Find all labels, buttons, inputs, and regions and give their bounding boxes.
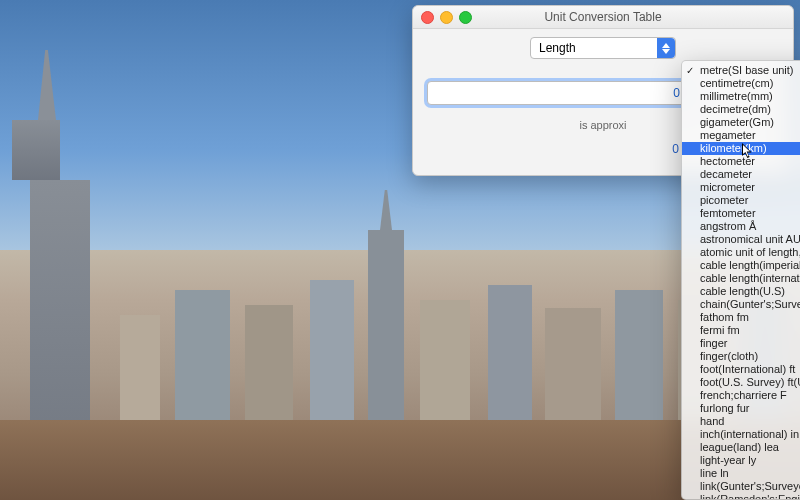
- unit-option[interactable]: centimetre(cm): [682, 77, 800, 90]
- output-value: 0: [672, 142, 679, 156]
- window-titlebar[interactable]: Unit Conversion Table: [413, 6, 793, 29]
- unit-option[interactable]: femtometer: [682, 207, 800, 220]
- unit-option[interactable]: decimetre(dm): [682, 103, 800, 116]
- unit-option[interactable]: foot(U.S. Survey) ft(US): [682, 376, 800, 389]
- unit-option[interactable]: hectometer: [682, 155, 800, 168]
- unit-option[interactable]: micrometer: [682, 181, 800, 194]
- unit-option[interactable]: league(land) lea: [682, 441, 800, 454]
- unit-option[interactable]: finger(cloth): [682, 350, 800, 363]
- wallpaper-foreground: [0, 420, 800, 500]
- unit-option[interactable]: decameter: [682, 168, 800, 181]
- unit-option[interactable]: megameter: [682, 129, 800, 142]
- unit-option[interactable]: light-year ly: [682, 454, 800, 467]
- unit-option[interactable]: metre(SI base unit): [682, 64, 800, 77]
- unit-option[interactable]: line ln: [682, 467, 800, 480]
- window-controls: [421, 11, 472, 24]
- minimize-icon[interactable]: [440, 11, 453, 24]
- unit-option[interactable]: hand: [682, 415, 800, 428]
- unit-dropdown-menu[interactable]: metre(SI base unit)centimetre(cm)millime…: [681, 60, 800, 500]
- input-value-field[interactable]: 0: [427, 81, 687, 105]
- unit-option[interactable]: cable length(U.S): [682, 285, 800, 298]
- unit-option[interactable]: kilometer(km): [682, 142, 800, 155]
- updown-icon: [657, 38, 675, 58]
- unit-option[interactable]: fermi fm: [682, 324, 800, 337]
- unit-option[interactable]: cable length(imperial): [682, 259, 800, 272]
- unit-option[interactable]: atomic unit of length,bohr: [682, 246, 800, 259]
- unit-option[interactable]: cable length(international): [682, 272, 800, 285]
- input-value: 0: [673, 86, 680, 100]
- unit-option[interactable]: inch(international) in: [682, 428, 800, 441]
- unit-option[interactable]: angstrom Å: [682, 220, 800, 233]
- unit-option[interactable]: link(Ramsden's;Engineer's) lnk: [682, 493, 800, 500]
- category-select[interactable]: Length: [530, 37, 676, 59]
- unit-option[interactable]: furlong fur: [682, 402, 800, 415]
- unit-option[interactable]: millimetre(mm): [682, 90, 800, 103]
- unit-option[interactable]: foot(International) ft: [682, 363, 800, 376]
- unit-option[interactable]: finger: [682, 337, 800, 350]
- unit-option[interactable]: fathom fm: [682, 311, 800, 324]
- unit-option[interactable]: gigameter(Gm): [682, 116, 800, 129]
- output-value-field: 0: [427, 139, 685, 159]
- unit-option[interactable]: chain(Gunter's;Surveyor's) ch: [682, 298, 800, 311]
- unit-option[interactable]: picometer: [682, 194, 800, 207]
- unit-option[interactable]: french;charriere F: [682, 389, 800, 402]
- unit-option[interactable]: link(Gunter's;Surveyor's) lnk: [682, 480, 800, 493]
- close-icon[interactable]: [421, 11, 434, 24]
- category-select-label: Length: [539, 41, 576, 55]
- unit-option[interactable]: astronomical unit AU: [682, 233, 800, 246]
- zoom-icon[interactable]: [459, 11, 472, 24]
